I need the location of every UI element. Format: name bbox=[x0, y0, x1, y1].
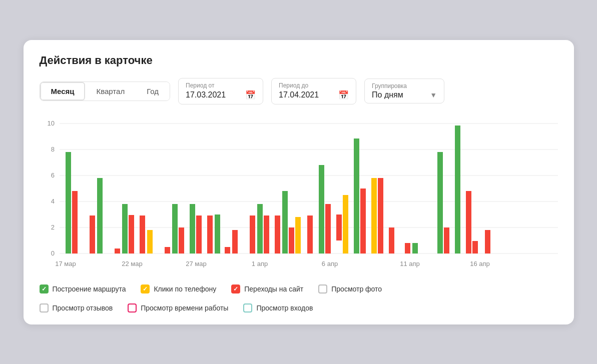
legend-item-hours[interactable]: Просмотр времени работы bbox=[128, 304, 228, 312]
period-to-label: Период до bbox=[279, 82, 349, 89]
svg-rect-28 bbox=[225, 247, 230, 254]
svg-rect-45 bbox=[378, 178, 383, 254]
legend-item-photo[interactable]: Просмотр фото bbox=[318, 284, 382, 294]
svg-text:0: 0 bbox=[51, 250, 54, 257]
chevron-down-icon: ▼ bbox=[430, 91, 437, 99]
legend-label-site: Переходы на сайт bbox=[244, 285, 303, 293]
svg-rect-46 bbox=[389, 228, 394, 254]
svg-rect-20 bbox=[147, 230, 153, 254]
svg-text:4: 4 bbox=[51, 198, 54, 205]
legend-checkbox-entrances bbox=[243, 304, 252, 312]
svg-rect-12 bbox=[66, 152, 71, 254]
tab-month[interactable]: Месяц bbox=[40, 82, 86, 100]
svg-rect-49 bbox=[437, 152, 443, 254]
svg-rect-22 bbox=[172, 204, 178, 254]
svg-rect-30 bbox=[250, 216, 255, 254]
svg-rect-52 bbox=[466, 191, 471, 254]
legend-label-entrances: Просмотр входов bbox=[256, 304, 313, 312]
legend-item-entrances[interactable]: Просмотр входов bbox=[243, 304, 313, 312]
svg-rect-25 bbox=[196, 216, 202, 254]
svg-rect-48 bbox=[412, 243, 418, 254]
checkmark-route: ✓ bbox=[42, 286, 47, 292]
svg-text:8: 8 bbox=[51, 146, 54, 153]
legend-checkbox-hours bbox=[128, 304, 137, 312]
svg-rect-39 bbox=[325, 204, 331, 254]
svg-rect-33 bbox=[275, 216, 280, 254]
grouping-value: По дням bbox=[372, 90, 403, 100]
checkmark-phone: ✓ bbox=[143, 286, 148, 292]
svg-rect-13 bbox=[72, 191, 78, 254]
legend-item-route[interactable]: ✓ Построение маршрута bbox=[40, 284, 126, 294]
svg-rect-44 bbox=[371, 178, 377, 254]
legend-checkbox-reviews bbox=[40, 304, 49, 312]
legend-item-phone[interactable]: ✓ Клики по телефону bbox=[141, 284, 216, 294]
legend-item-site[interactable]: ✓ Переходы на сайт bbox=[231, 284, 303, 294]
svg-rect-36 bbox=[295, 217, 301, 254]
legend-label-phone: Клики по телефону bbox=[154, 285, 216, 293]
legend-checkbox-phone: ✓ bbox=[141, 284, 150, 294]
period-from-label: Период от bbox=[186, 82, 256, 89]
svg-rect-40 bbox=[336, 214, 342, 240]
svg-rect-42 bbox=[354, 138, 359, 254]
svg-rect-27 bbox=[215, 214, 220, 254]
svg-rect-18 bbox=[129, 215, 134, 254]
svg-rect-53 bbox=[472, 241, 478, 254]
svg-rect-17 bbox=[122, 204, 128, 254]
period-from-field[interactable]: Период от 17.03.2021 📅 bbox=[178, 78, 263, 104]
period-to-value: 17.04.2021 bbox=[279, 90, 319, 100]
grouping-field[interactable]: Группировка По дням ▼ bbox=[364, 78, 444, 104]
svg-rect-26 bbox=[207, 216, 213, 254]
period-from-value: 17.03.2021 bbox=[186, 90, 226, 100]
legend-label-route: Построение маршрута bbox=[53, 285, 126, 293]
calendar-to-icon: 📅 bbox=[338, 90, 349, 100]
svg-text:2: 2 bbox=[51, 224, 54, 231]
svg-rect-50 bbox=[444, 228, 449, 254]
svg-rect-15 bbox=[97, 178, 103, 254]
controls-bar: Месяц Квартал Год Период от 17.03.2021 📅… bbox=[40, 78, 558, 104]
calendar-from-icon: 📅 bbox=[245, 90, 256, 100]
chart-svg: 0 2 4 6 8 10 bbox=[40, 118, 558, 274]
svg-text:6 апр: 6 апр bbox=[321, 260, 337, 268]
period-to-field[interactable]: Период до 17.04.2021 📅 bbox=[271, 78, 356, 104]
svg-rect-32 bbox=[264, 216, 269, 254]
svg-rect-24 bbox=[190, 204, 195, 254]
bar-chart: 0 2 4 6 8 10 bbox=[40, 118, 558, 276]
svg-rect-34 bbox=[282, 191, 288, 254]
tab-quarter[interactable]: Квартал bbox=[85, 82, 136, 100]
legend-label-reviews: Просмотр отзывов bbox=[53, 304, 113, 312]
svg-text:10: 10 bbox=[47, 120, 54, 127]
svg-text:1 апр: 1 апр bbox=[251, 260, 267, 268]
period-tabs: Месяц Квартал Год bbox=[40, 82, 171, 101]
svg-text:27 мар: 27 мар bbox=[186, 260, 206, 268]
svg-rect-23 bbox=[179, 228, 184, 254]
svg-rect-37 bbox=[307, 216, 313, 254]
tab-year[interactable]: Год bbox=[136, 82, 170, 100]
svg-text:6: 6 bbox=[51, 172, 54, 179]
svg-rect-51 bbox=[455, 126, 460, 254]
svg-rect-16 bbox=[115, 248, 120, 254]
main-card: Действия в карточке Месяц Квартал Год Пе… bbox=[24, 40, 574, 324]
svg-rect-21 bbox=[165, 247, 170, 254]
svg-rect-47 bbox=[405, 243, 410, 254]
svg-rect-29 bbox=[232, 230, 238, 254]
svg-rect-38 bbox=[319, 165, 324, 254]
svg-rect-41 bbox=[343, 195, 348, 254]
svg-rect-19 bbox=[140, 216, 145, 254]
legend-label-photo: Просмотр фото bbox=[331, 285, 382, 293]
svg-text:17 мар: 17 мар bbox=[55, 260, 76, 268]
chart-legend: ✓ Построение маршрута ✓ Клики по телефон… bbox=[40, 284, 558, 312]
legend-checkbox-route: ✓ bbox=[40, 284, 49, 294]
legend-item-reviews[interactable]: Просмотр отзывов bbox=[40, 304, 113, 312]
svg-rect-54 bbox=[485, 230, 490, 254]
svg-rect-35 bbox=[289, 228, 294, 254]
svg-text:22 мар: 22 мар bbox=[122, 260, 142, 268]
legend-label-hours: Просмотр времени работы bbox=[141, 304, 228, 312]
svg-text:16 апр: 16 апр bbox=[470, 260, 490, 268]
legend-checkbox-site: ✓ bbox=[231, 284, 240, 294]
svg-rect-43 bbox=[360, 188, 366, 254]
grouping-label: Группировка bbox=[372, 82, 437, 90]
legend-checkbox-photo bbox=[318, 284, 327, 294]
card-title: Действия в карточке bbox=[40, 54, 558, 67]
svg-text:11 апр: 11 апр bbox=[400, 260, 420, 268]
checkmark-site: ✓ bbox=[233, 286, 238, 292]
